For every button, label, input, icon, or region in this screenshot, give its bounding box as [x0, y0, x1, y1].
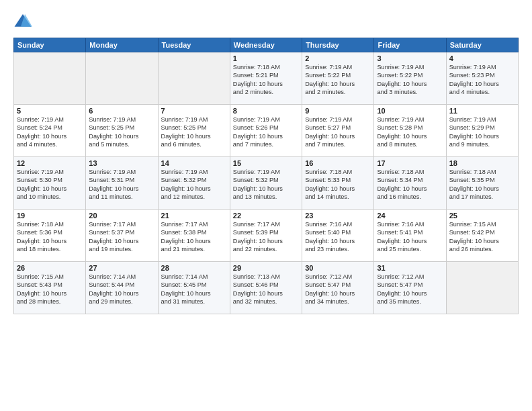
day-info: Sunrise: 7:14 AM Sunset: 5:45 PM Dayligh…	[161, 273, 227, 306]
day-info: Sunrise: 7:19 AM Sunset: 5:24 PM Dayligh…	[17, 116, 83, 149]
weekday-friday: Friday	[374, 38, 446, 52]
day-cell: 11Sunrise: 7:19 AM Sunset: 5:29 PM Dayli…	[446, 105, 518, 157]
day-number: 13	[89, 159, 154, 167]
day-number: 10	[377, 107, 443, 115]
day-cell	[446, 262, 518, 314]
day-number: 2	[305, 54, 371, 62]
day-cell: 18Sunrise: 7:18 AM Sunset: 5:35 PM Dayli…	[446, 157, 518, 210]
page: SundayMondayTuesdayWednesdayThursdayFrid…	[0, 0, 532, 411]
day-cell	[86, 52, 158, 105]
day-number: 7	[161, 107, 227, 115]
day-number: 6	[89, 107, 154, 115]
day-info: Sunrise: 7:18 AM Sunset: 5:34 PM Dayligh…	[377, 168, 443, 201]
day-cell: 7Sunrise: 7:19 AM Sunset: 5:25 PM Daylig…	[158, 105, 230, 157]
day-info: Sunrise: 7:12 AM Sunset: 5:47 PM Dayligh…	[305, 273, 371, 306]
day-cell: 9Sunrise: 7:19 AM Sunset: 5:27 PM Daylig…	[302, 105, 374, 157]
day-number: 19	[17, 212, 83, 220]
day-cell: 24Sunrise: 7:16 AM Sunset: 5:41 PM Dayli…	[374, 210, 446, 262]
day-cell: 3Sunrise: 7:19 AM Sunset: 5:22 PM Daylig…	[374, 52, 446, 105]
day-cell: 28Sunrise: 7:14 AM Sunset: 5:45 PM Dayli…	[158, 262, 230, 314]
logo	[13, 12, 35, 31]
day-cell: 30Sunrise: 7:12 AM Sunset: 5:47 PM Dayli…	[302, 262, 374, 314]
day-number: 28	[161, 264, 227, 272]
day-cell: 12Sunrise: 7:19 AM Sunset: 5:30 PM Dayli…	[14, 157, 86, 210]
weekday-thursday: Thursday	[302, 38, 374, 52]
day-info: Sunrise: 7:17 AM Sunset: 5:38 PM Dayligh…	[161, 220, 227, 254]
day-number: 11	[449, 107, 515, 115]
day-cell: 27Sunrise: 7:14 AM Sunset: 5:44 PM Dayli…	[86, 262, 158, 314]
day-info: Sunrise: 7:19 AM Sunset: 5:26 PM Dayligh…	[233, 116, 299, 149]
day-number: 31	[377, 264, 443, 272]
day-number: 5	[17, 107, 83, 115]
day-info: Sunrise: 7:19 AM Sunset: 5:22 PM Dayligh…	[305, 63, 371, 97]
day-cell: 19Sunrise: 7:18 AM Sunset: 5:36 PM Dayli…	[14, 210, 86, 262]
day-cell: 26Sunrise: 7:15 AM Sunset: 5:43 PM Dayli…	[14, 262, 86, 314]
weekday-sunday: Sunday	[14, 38, 86, 52]
day-cell: 17Sunrise: 7:18 AM Sunset: 5:34 PM Dayli…	[374, 157, 446, 210]
day-number: 30	[305, 264, 371, 272]
calendar-table: SundayMondayTuesdayWednesdayThursdayFrid…	[13, 38, 519, 314]
day-cell: 8Sunrise: 7:19 AM Sunset: 5:26 PM Daylig…	[230, 105, 302, 157]
day-info: Sunrise: 7:15 AM Sunset: 5:43 PM Dayligh…	[17, 273, 83, 306]
day-cell: 21Sunrise: 7:17 AM Sunset: 5:38 PM Dayli…	[158, 210, 230, 262]
logo-icon	[13, 12, 32, 31]
day-info: Sunrise: 7:14 AM Sunset: 5:44 PM Dayligh…	[89, 273, 154, 306]
day-info: Sunrise: 7:19 AM Sunset: 5:28 PM Dayligh…	[377, 116, 443, 149]
day-info: Sunrise: 7:13 AM Sunset: 5:46 PM Dayligh…	[233, 273, 299, 306]
week-row-5: 26Sunrise: 7:15 AM Sunset: 5:43 PM Dayli…	[14, 262, 519, 314]
day-info: Sunrise: 7:19 AM Sunset: 5:22 PM Dayligh…	[377, 63, 443, 97]
day-cell: 25Sunrise: 7:15 AM Sunset: 5:42 PM Dayli…	[446, 210, 518, 262]
day-number: 18	[449, 159, 515, 167]
day-info: Sunrise: 7:19 AM Sunset: 5:29 PM Dayligh…	[449, 116, 515, 149]
day-cell: 13Sunrise: 7:19 AM Sunset: 5:31 PM Dayli…	[86, 157, 158, 210]
day-number: 15	[233, 159, 299, 167]
day-info: Sunrise: 7:17 AM Sunset: 5:39 PM Dayligh…	[233, 220, 299, 254]
day-info: Sunrise: 7:18 AM Sunset: 5:21 PM Dayligh…	[233, 63, 299, 97]
week-row-2: 5Sunrise: 7:19 AM Sunset: 5:24 PM Daylig…	[14, 105, 519, 157]
day-number: 17	[377, 159, 443, 167]
week-row-3: 12Sunrise: 7:19 AM Sunset: 5:30 PM Dayli…	[14, 157, 519, 210]
day-number: 8	[233, 107, 299, 115]
day-cell: 16Sunrise: 7:18 AM Sunset: 5:33 PM Dayli…	[302, 157, 374, 210]
day-cell: 1Sunrise: 7:18 AM Sunset: 5:21 PM Daylig…	[230, 52, 302, 105]
day-cell: 20Sunrise: 7:17 AM Sunset: 5:37 PM Dayli…	[86, 210, 158, 262]
day-cell: 4Sunrise: 7:19 AM Sunset: 5:23 PM Daylig…	[446, 52, 518, 105]
day-info: Sunrise: 7:19 AM Sunset: 5:32 PM Dayligh…	[233, 168, 299, 201]
week-row-1: 1Sunrise: 7:18 AM Sunset: 5:21 PM Daylig…	[14, 52, 519, 105]
day-number: 22	[233, 212, 299, 220]
day-info: Sunrise: 7:18 AM Sunset: 5:35 PM Dayligh…	[449, 168, 515, 201]
day-cell: 23Sunrise: 7:16 AM Sunset: 5:40 PM Dayli…	[302, 210, 374, 262]
day-cell: 10Sunrise: 7:19 AM Sunset: 5:28 PM Dayli…	[374, 105, 446, 157]
day-number: 16	[305, 159, 371, 167]
day-info: Sunrise: 7:16 AM Sunset: 5:40 PM Dayligh…	[305, 220, 371, 254]
day-cell: 31Sunrise: 7:12 AM Sunset: 5:47 PM Dayli…	[374, 262, 446, 314]
day-info: Sunrise: 7:19 AM Sunset: 5:32 PM Dayligh…	[161, 168, 227, 201]
day-number: 4	[449, 54, 515, 62]
weekday-monday: Monday	[86, 38, 158, 52]
day-info: Sunrise: 7:19 AM Sunset: 5:23 PM Dayligh…	[449, 63, 515, 97]
day-number: 24	[377, 212, 443, 220]
day-info: Sunrise: 7:16 AM Sunset: 5:41 PM Dayligh…	[377, 220, 443, 254]
day-cell: 15Sunrise: 7:19 AM Sunset: 5:32 PM Dayli…	[230, 157, 302, 210]
day-cell: 2Sunrise: 7:19 AM Sunset: 5:22 PM Daylig…	[302, 52, 374, 105]
day-number: 14	[161, 159, 227, 167]
weekday-wednesday: Wednesday	[230, 38, 302, 52]
day-number: 21	[161, 212, 227, 220]
day-number: 9	[305, 107, 371, 115]
day-number: 26	[17, 264, 83, 272]
day-cell: 22Sunrise: 7:17 AM Sunset: 5:39 PM Dayli…	[230, 210, 302, 262]
day-info: Sunrise: 7:17 AM Sunset: 5:37 PM Dayligh…	[89, 220, 154, 254]
day-number: 3	[377, 54, 443, 62]
day-number: 25	[449, 212, 515, 220]
day-cell: 5Sunrise: 7:19 AM Sunset: 5:24 PM Daylig…	[14, 105, 86, 157]
day-cell	[158, 52, 230, 105]
header	[13, 12, 519, 31]
weekday-saturday: Saturday	[446, 38, 518, 52]
day-info: Sunrise: 7:12 AM Sunset: 5:47 PM Dayligh…	[377, 273, 443, 306]
day-number: 29	[233, 264, 299, 272]
day-number: 12	[17, 159, 83, 167]
week-row-4: 19Sunrise: 7:18 AM Sunset: 5:36 PM Dayli…	[14, 210, 519, 262]
day-number: 23	[305, 212, 371, 220]
day-cell: 14Sunrise: 7:19 AM Sunset: 5:32 PM Dayli…	[158, 157, 230, 210]
day-info: Sunrise: 7:19 AM Sunset: 5:25 PM Dayligh…	[89, 116, 154, 149]
